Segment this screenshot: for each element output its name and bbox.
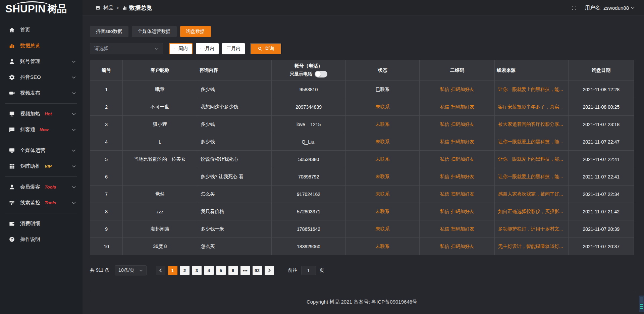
home-icon [9, 27, 15, 33]
chart-icon [9, 43, 15, 49]
scan-add-friend-link[interactable]: 扫码加好友 [451, 121, 474, 127]
user-dropdown[interactable]: 用户名: zswodun88 [585, 5, 635, 11]
cell-source: 感谢大家喜欢我家，被问了好... [494, 186, 568, 203]
lead-source-link[interactable]: 感谢大家喜欢我家，被问了好... [498, 191, 563, 197]
private-message-link[interactable]: 私信 [440, 104, 449, 109]
menu-badge: New [40, 127, 49, 132]
private-message-link[interactable]: 私信 [440, 156, 449, 162]
cell-status: 未联系 [345, 116, 419, 133]
page-number-button[interactable]: 1 [168, 266, 177, 275]
page-number-button[interactable]: 6 [228, 266, 238, 275]
page-number-button[interactable]: 92 [253, 266, 262, 275]
goto-page-input[interactable] [301, 266, 316, 275]
sidebar-item-chart[interactable]: 数据总览 [0, 38, 83, 54]
breadcrumb-root[interactable]: 树品 [103, 5, 113, 11]
page-number-button[interactable]: 5 [216, 266, 226, 275]
private-message-link[interactable]: 私信 [440, 121, 449, 127]
cell-source: 多功能护栏灯，适用于乡村文... [494, 220, 568, 238]
data-tab[interactable]: 全媒体运营数据 [132, 26, 177, 37]
col-header-id: 编号 [90, 60, 123, 81]
private-message-link[interactable]: 私信 [440, 191, 449, 197]
scan-add-friend-link[interactable]: 扫码加好友 [451, 104, 474, 109]
sidebar-item-chat[interactable]: 抖客通 New [0, 122, 83, 138]
period-button[interactable]: 一周内 [169, 43, 193, 54]
copyright-text: Copyright 树品 2021 备案号: 粤ICP备09019646号 [307, 299, 417, 305]
lead-source-link[interactable]: 让你一眼就爱上的黑科技，能... [498, 139, 563, 144]
page-number-button[interactable]: 4 [204, 266, 214, 275]
private-message-link[interactable]: 私信 [440, 139, 449, 144]
data-tabs: 抖音seo数据全媒体运营数据询盘数据 [90, 26, 634, 37]
page-number-button[interactable]: ••• [240, 266, 250, 275]
period-button[interactable]: 三月内 [222, 43, 245, 54]
cell-date: 2021-11-07 22:47 [569, 133, 634, 151]
sliders-icon [9, 200, 15, 206]
scan-add-friend-link[interactable]: 扫码加好友 [451, 244, 474, 249]
scan-add-friend-link[interactable]: 扫码加好友 [451, 156, 474, 162]
scan-add-friend-link[interactable]: 扫码加好友 [451, 87, 474, 92]
sidebar-item-video[interactable]: 视频发布 [0, 85, 83, 101]
sidebar-item-monitor[interactable]: 全媒体运营 [0, 143, 83, 158]
sidebar-item-sliders[interactable]: 线索监控 Tools [0, 195, 83, 211]
filter-select[interactable]: 请选择 [90, 43, 163, 54]
toggle-knob [315, 71, 321, 77]
data-tab[interactable]: 抖音seo数据 [90, 26, 128, 37]
page-number-button[interactable]: 3 [192, 266, 202, 275]
next-page-button[interactable] [265, 266, 274, 275]
private-message-link[interactable]: 私信 [440, 87, 449, 92]
cell-account: 9583810 [272, 81, 345, 98]
scan-add-friend-link[interactable]: 扫码加好友 [451, 139, 474, 144]
scan-add-friend-link[interactable]: 扫码加好友 [451, 174, 474, 179]
page-size-select[interactable]: 10条/页 [115, 265, 146, 275]
lead-source-link[interactable]: 让你一眼就爱上的黑科技，能... [498, 174, 563, 179]
lead-source-link[interactable]: 如何正确选择投影仪，买投影... [498, 209, 563, 214]
private-message-link[interactable]: 私信 [440, 174, 449, 179]
cell-status: 未联系 [345, 203, 419, 220]
scan-add-friend-link[interactable]: 扫码加好友 [451, 226, 474, 231]
sidebar-item-gear[interactable]: 抖音SEO [0, 69, 83, 85]
corner-helper-widget[interactable] [639, 296, 644, 312]
fullscreen-icon[interactable] [571, 5, 577, 11]
data-tab[interactable]: 询盘数据 [180, 26, 211, 37]
private-message-link[interactable]: 私信 [440, 226, 449, 231]
table-row: 9 潮起潮落 多少钱一米 178651642 未联系 私信扫码加好友 多功能护栏… [90, 220, 634, 238]
lead-source-link[interactable]: 让你一眼就爱上的黑科技，能... [498, 156, 563, 162]
table-row: 10 36度 8 怎么买 183929060 未联系 私信扫码加好友 无主灯设计… [90, 238, 634, 255]
cell-content: 怎么买 [197, 186, 272, 203]
scan-add-friend-link[interactable]: 扫码加好友 [451, 191, 474, 197]
lead-source-link[interactable]: 客厅安装投影半年多了，真实... [498, 104, 563, 109]
sidebar-item-wallet[interactable]: 消费明细 [0, 216, 83, 231]
lead-source-link[interactable]: 无主灯设计，智能磁吸轨道灯... [498, 244, 563, 249]
topbar: 树品 > 数据总览 用户名: zswodun88 [83, 0, 644, 16]
lead-source-link[interactable]: 被大家追着问的客厅投影分享... [498, 121, 563, 127]
cell-status: 未联系 [345, 151, 419, 168]
cell-id: 8 [90, 203, 123, 220]
query-button[interactable]: 查询 [250, 43, 281, 54]
search-icon [258, 46, 262, 51]
chevron-left-icon [159, 268, 162, 272]
period-button[interactable]: 一月内 [196, 43, 219, 54]
private-message-link[interactable]: 私信 [440, 244, 449, 249]
cell-source: 被大家追着问的客厅投影分享... [494, 116, 568, 133]
cell-source: 让你一眼就爱上的黑科技，能... [494, 81, 568, 98]
filter-bar: 请选择 一周内一月内三月内 查询 [90, 43, 634, 54]
sidebar-item-user[interactable]: 账号管理 [0, 54, 83, 69]
sidebar-item-grid[interactable]: 矩阵助推 VIP [0, 158, 83, 174]
cell-content: 多少钱一米 [197, 220, 272, 238]
lead-source-link[interactable]: 让你一眼就爱上的黑科技，能... [498, 87, 563, 92]
prev-page-button[interactable] [156, 266, 165, 275]
private-message-link[interactable]: 私信 [440, 209, 449, 214]
phone-only-toggle[interactable] [315, 71, 327, 77]
cell-id: 9 [90, 220, 123, 238]
cell-qrcode: 私信扫码加好友 [420, 133, 495, 151]
widget-bar [640, 304, 643, 305]
col-header-date: 询盘日期 [569, 60, 634, 81]
sidebar-item-screen[interactable]: 视频加热 Hot [0, 106, 83, 122]
scan-add-friend-link[interactable]: 扫码加好友 [451, 209, 474, 214]
sidebar-item-home[interactable]: 首页 [0, 22, 83, 38]
page-number-button[interactable]: 2 [180, 266, 190, 275]
sidebar-item-user[interactable]: 会员爆客 Tools [0, 179, 83, 195]
sidebar-divider [5, 103, 77, 104]
lead-source-link[interactable]: 多功能护栏灯，适用于乡村文... [498, 226, 563, 231]
sidebar-item-question[interactable]: ? 操作说明 [0, 231, 83, 247]
cell-content: 多少钱 [197, 116, 272, 133]
